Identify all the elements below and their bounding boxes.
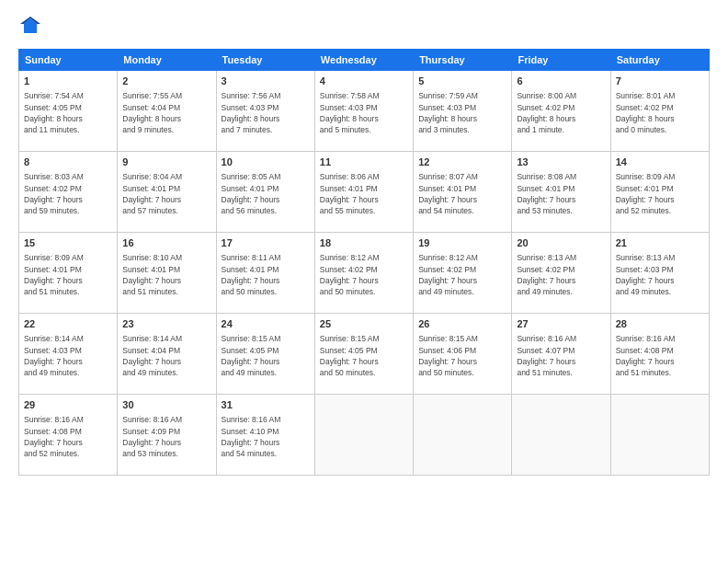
day-number: 13 bbox=[517, 155, 605, 169]
day-cell: 12Sunrise: 8:07 AM Sunset: 4:01 PM Dayli… bbox=[414, 151, 512, 232]
day-cell: 9Sunrise: 8:04 AM Sunset: 4:01 PM Daylig… bbox=[118, 151, 216, 232]
weekday-header-saturday: Saturday bbox=[610, 49, 709, 70]
day-cell: 3Sunrise: 7:56 AM Sunset: 4:03 PM Daylig… bbox=[216, 70, 314, 151]
day-number: 8 bbox=[24, 155, 112, 169]
day-info: Sunrise: 8:16 AM Sunset: 4:09 PM Dayligh… bbox=[122, 414, 210, 459]
calendar-table: SundayMondayTuesdayWednesdayThursdayFrid… bbox=[18, 49, 710, 476]
day-info: Sunrise: 7:55 AM Sunset: 4:04 PM Dayligh… bbox=[122, 90, 210, 135]
day-number: 12 bbox=[418, 155, 506, 169]
day-info: Sunrise: 8:05 AM Sunset: 4:01 PM Dayligh… bbox=[222, 171, 310, 216]
weekday-header-wednesday: Wednesday bbox=[314, 49, 413, 70]
day-cell: 25Sunrise: 8:15 AM Sunset: 4:05 PM Dayli… bbox=[314, 313, 413, 394]
day-cell bbox=[610, 394, 709, 475]
day-number: 17 bbox=[222, 236, 310, 250]
day-cell: 8Sunrise: 8:03 AM Sunset: 4:02 PM Daylig… bbox=[19, 151, 118, 232]
day-cell: 2Sunrise: 7:55 AM Sunset: 4:04 PM Daylig… bbox=[118, 70, 216, 151]
day-info: Sunrise: 8:00 AM Sunset: 4:02 PM Dayligh… bbox=[517, 90, 605, 135]
day-number: 10 bbox=[222, 155, 310, 169]
day-number: 9 bbox=[122, 155, 210, 169]
day-info: Sunrise: 8:15 AM Sunset: 4:06 PM Dayligh… bbox=[418, 333, 506, 378]
day-info: Sunrise: 7:56 AM Sunset: 4:03 PM Dayligh… bbox=[222, 90, 310, 135]
day-number: 15 bbox=[24, 236, 112, 250]
day-cell: 23Sunrise: 8:14 AM Sunset: 4:04 PM Dayli… bbox=[118, 313, 216, 394]
day-number: 3 bbox=[222, 75, 310, 88]
day-number: 30 bbox=[122, 398, 210, 412]
day-number: 26 bbox=[418, 317, 506, 331]
day-number: 2 bbox=[122, 75, 210, 88]
day-number: 24 bbox=[222, 317, 310, 331]
day-info: Sunrise: 8:13 AM Sunset: 4:03 PM Dayligh… bbox=[616, 252, 704, 297]
day-number: 21 bbox=[616, 236, 704, 250]
day-info: Sunrise: 8:16 AM Sunset: 4:10 PM Dayligh… bbox=[222, 414, 310, 459]
day-info: Sunrise: 8:15 AM Sunset: 4:05 PM Dayligh… bbox=[222, 333, 310, 378]
week-row-3: 15Sunrise: 8:09 AM Sunset: 4:01 PM Dayli… bbox=[19, 232, 710, 313]
day-number: 5 bbox=[418, 75, 506, 88]
day-cell: 20Sunrise: 8:13 AM Sunset: 4:02 PM Dayli… bbox=[512, 232, 610, 313]
day-cell: 29Sunrise: 8:16 AM Sunset: 4:08 PM Dayli… bbox=[19, 394, 118, 475]
day-info: Sunrise: 8:04 AM Sunset: 4:01 PM Dayligh… bbox=[122, 171, 210, 216]
day-info: Sunrise: 8:12 AM Sunset: 4:02 PM Dayligh… bbox=[418, 252, 506, 297]
day-cell: 14Sunrise: 8:09 AM Sunset: 4:01 PM Dayli… bbox=[610, 151, 709, 232]
day-number: 28 bbox=[616, 317, 704, 331]
weekday-header-thursday: Thursday bbox=[414, 49, 512, 70]
day-info: Sunrise: 8:12 AM Sunset: 4:02 PM Dayligh… bbox=[320, 252, 408, 297]
day-cell: 27Sunrise: 8:16 AM Sunset: 4:07 PM Dayli… bbox=[512, 313, 610, 394]
day-cell: 13Sunrise: 8:08 AM Sunset: 4:01 PM Dayli… bbox=[512, 151, 610, 232]
weekday-header-row: SundayMondayTuesdayWednesdayThursdayFrid… bbox=[19, 49, 710, 70]
day-cell: 16Sunrise: 8:10 AM Sunset: 4:01 PM Dayli… bbox=[118, 232, 216, 313]
day-number: 27 bbox=[517, 317, 605, 331]
day-cell bbox=[512, 394, 610, 475]
day-info: Sunrise: 8:01 AM Sunset: 4:02 PM Dayligh… bbox=[616, 90, 704, 135]
day-info: Sunrise: 8:08 AM Sunset: 4:01 PM Dayligh… bbox=[517, 171, 605, 216]
day-info: Sunrise: 8:15 AM Sunset: 4:05 PM Dayligh… bbox=[320, 333, 408, 378]
day-cell: 19Sunrise: 8:12 AM Sunset: 4:02 PM Dayli… bbox=[414, 232, 512, 313]
day-cell: 6Sunrise: 8:00 AM Sunset: 4:02 PM Daylig… bbox=[512, 70, 610, 151]
day-info: Sunrise: 7:58 AM Sunset: 4:03 PM Dayligh… bbox=[320, 90, 408, 135]
day-cell: 26Sunrise: 8:15 AM Sunset: 4:06 PM Dayli… bbox=[414, 313, 512, 394]
day-number: 4 bbox=[320, 75, 408, 88]
day-cell: 17Sunrise: 8:11 AM Sunset: 4:01 PM Dayli… bbox=[216, 232, 314, 313]
day-info: Sunrise: 8:14 AM Sunset: 4:03 PM Dayligh… bbox=[24, 333, 112, 378]
day-number: 20 bbox=[517, 236, 605, 250]
day-info: Sunrise: 8:10 AM Sunset: 4:01 PM Dayligh… bbox=[122, 252, 210, 297]
day-number: 18 bbox=[320, 236, 408, 250]
week-row-2: 8Sunrise: 8:03 AM Sunset: 4:02 PM Daylig… bbox=[19, 151, 710, 232]
day-number: 31 bbox=[222, 398, 310, 412]
day-cell: 24Sunrise: 8:15 AM Sunset: 4:05 PM Dayli… bbox=[216, 313, 314, 394]
day-cell: 31Sunrise: 8:16 AM Sunset: 4:10 PM Dayli… bbox=[216, 394, 314, 475]
day-cell: 18Sunrise: 8:12 AM Sunset: 4:02 PM Dayli… bbox=[314, 232, 413, 313]
day-number: 11 bbox=[320, 155, 408, 169]
day-number: 25 bbox=[320, 317, 408, 331]
day-info: Sunrise: 8:11 AM Sunset: 4:01 PM Dayligh… bbox=[222, 252, 310, 297]
day-info: Sunrise: 8:06 AM Sunset: 4:01 PM Dayligh… bbox=[320, 171, 408, 216]
day-number: 6 bbox=[517, 75, 605, 88]
week-row-1: 1Sunrise: 7:54 AM Sunset: 4:05 PM Daylig… bbox=[19, 70, 710, 151]
day-info: Sunrise: 8:09 AM Sunset: 4:01 PM Dayligh… bbox=[616, 171, 704, 216]
weekday-header-sunday: Sunday bbox=[19, 49, 118, 70]
logo bbox=[18, 17, 40, 41]
header bbox=[18, 17, 710, 41]
day-cell: 5Sunrise: 7:59 AM Sunset: 4:03 PM Daylig… bbox=[414, 70, 512, 151]
day-info: Sunrise: 8:16 AM Sunset: 4:07 PM Dayligh… bbox=[517, 333, 605, 378]
day-cell: 21Sunrise: 8:13 AM Sunset: 4:03 PM Dayli… bbox=[610, 232, 709, 313]
day-cell: 1Sunrise: 7:54 AM Sunset: 4:05 PM Daylig… bbox=[19, 70, 118, 151]
day-info: Sunrise: 8:07 AM Sunset: 4:01 PM Dayligh… bbox=[418, 171, 506, 216]
day-cell: 30Sunrise: 8:16 AM Sunset: 4:09 PM Dayli… bbox=[118, 394, 216, 475]
day-cell: 28Sunrise: 8:16 AM Sunset: 4:08 PM Dayli… bbox=[610, 313, 709, 394]
day-cell bbox=[314, 394, 413, 475]
day-info: Sunrise: 7:59 AM Sunset: 4:03 PM Dayligh… bbox=[418, 90, 506, 135]
day-number: 1 bbox=[24, 75, 112, 88]
day-number: 22 bbox=[24, 317, 112, 331]
calendar-page: SundayMondayTuesdayWednesdayThursdayFrid… bbox=[0, 0, 728, 563]
day-info: Sunrise: 8:09 AM Sunset: 4:01 PM Dayligh… bbox=[24, 252, 112, 297]
day-info: Sunrise: 8:16 AM Sunset: 4:08 PM Dayligh… bbox=[616, 333, 704, 378]
day-number: 29 bbox=[24, 398, 112, 412]
day-cell: 15Sunrise: 8:09 AM Sunset: 4:01 PM Dayli… bbox=[19, 232, 118, 313]
week-row-5: 29Sunrise: 8:16 AM Sunset: 4:08 PM Dayli… bbox=[19, 394, 710, 475]
day-cell: 10Sunrise: 8:05 AM Sunset: 4:01 PM Dayli… bbox=[216, 151, 314, 232]
day-cell bbox=[414, 394, 512, 475]
day-number: 23 bbox=[122, 317, 210, 331]
logo-icon bbox=[20, 17, 40, 37]
day-number: 7 bbox=[616, 75, 704, 88]
day-cell: 11Sunrise: 8:06 AM Sunset: 4:01 PM Dayli… bbox=[314, 151, 413, 232]
